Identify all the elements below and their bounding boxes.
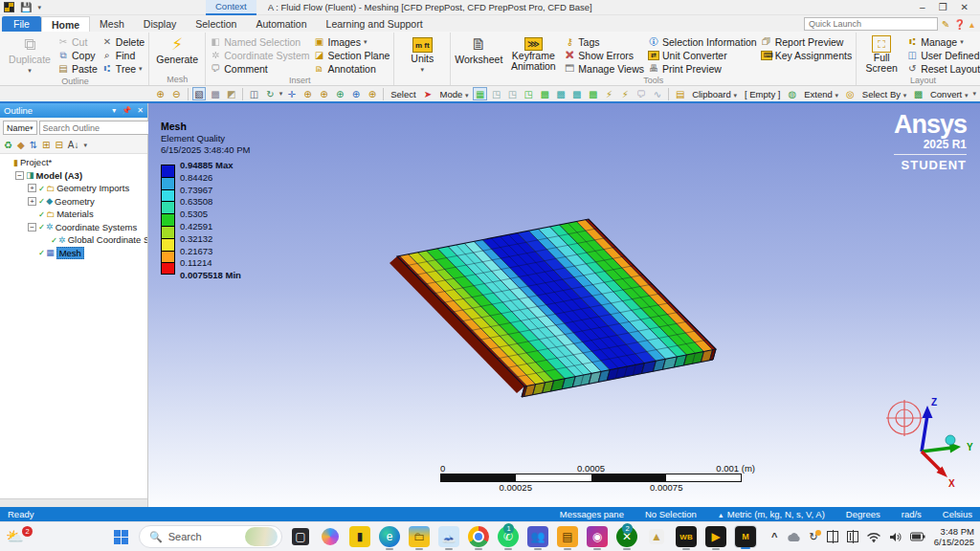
zoom-fit-icon[interactable]: ⊕: [333, 87, 347, 100]
copilot-button[interactable]: [319, 525, 342, 548]
tree-item-geometry-imports[interactable]: +✓🗀Geometry Imports: [0, 182, 147, 195]
unit-converter-button[interactable]: ⇄Unit Converter: [648, 49, 757, 61]
sync-icon[interactable]: ↻: [810, 531, 818, 543]
rotate-dropdown-icon[interactable]: ▾: [279, 90, 283, 98]
context-tab[interactable]: Context: [206, 0, 256, 15]
tree-item-coordinate-systems[interactable]: −✓✲Coordinate Systems: [0, 221, 147, 234]
tree-item-label[interactable]: Geometry: [55, 196, 95, 207]
select-by-dropdown[interactable]: Select By ▾: [859, 89, 909, 99]
expand-all-icon[interactable]: ⊞: [42, 140, 50, 150]
quick-access-dropdown-icon[interactable]: ▾: [37, 4, 41, 11]
expander-icon[interactable]: +: [28, 184, 36, 192]
annotation-button[interactable]: 🗈Annotation: [314, 62, 390, 75]
collapse-ribbon-icon[interactable]: ▴: [969, 19, 974, 30]
anydesk-button[interactable]: ▲: [645, 525, 668, 548]
ansys-launcher-button[interactable]: ▶: [704, 525, 727, 548]
taskbar-search[interactable]: 🔍 Search: [139, 525, 282, 548]
edit-icon[interactable]: ✎: [942, 19, 949, 30]
section-plane-button[interactable]: ◪Section Plane: [314, 49, 390, 61]
search-highlight-image[interactable]: [245, 527, 278, 546]
teams-button[interactable]: 👥: [526, 525, 549, 548]
named-selection-button[interactable]: ◧Named Selection: [210, 35, 309, 48]
tray-clock[interactable]: 3:48 PM 6/15/2025: [934, 526, 974, 547]
flood-selection-icon[interactable]: ▩: [586, 87, 600, 100]
close-button[interactable]: ✕: [961, 2, 969, 12]
tree-item-label[interactable]: Geometry Imports: [56, 183, 129, 193]
convert-icon[interactable]: ▩: [911, 87, 925, 100]
pin-icon[interactable]: 📌: [122, 106, 131, 115]
start-button[interactable]: [109, 525, 132, 548]
tree-item-project[interactable]: ▮Project*: [0, 156, 147, 169]
units-status[interactable]: ▲Metric (m, kg, N, s, V, A): [718, 509, 825, 519]
search-outline-input[interactable]: [39, 121, 159, 135]
selection-information-button[interactable]: 🛈Selection Information: [648, 35, 757, 48]
worksheet-button[interactable]: 🗎 Worksheet: [455, 33, 502, 65]
full-screen-button[interactable]: ⛶ Full Screen: [860, 33, 902, 74]
probe-icon[interactable]: ⚡: [618, 87, 633, 100]
filter-type-select[interactable]: Name▾: [3, 121, 37, 135]
toolbar-overflow-icon[interactable]: ▾: [972, 90, 976, 98]
ime-language-icon[interactable]: [827, 531, 838, 542]
wifi-icon[interactable]: [867, 532, 880, 542]
extend-icon[interactable]: ◍: [785, 87, 799, 100]
delete-button[interactable]: ✕Delete: [101, 35, 145, 48]
refresh-tree-icon[interactable]: ♻: [4, 140, 12, 150]
keyframe-animation-button[interactable]: ⋙ Keyframe Animation: [506, 33, 560, 72]
user-defined-button[interactable]: ◫User Defined▾: [906, 49, 980, 61]
zoom-box-icon[interactable]: ⊕: [317, 87, 331, 100]
paste-button[interactable]: ▤Paste: [57, 62, 98, 75]
panel-close-icon[interactable]: ✕: [137, 106, 144, 115]
tab-home[interactable]: Home: [41, 16, 90, 32]
show-mesh-icon[interactable]: ◩: [224, 87, 238, 100]
images-button[interactable]: ▣Images▾: [314, 35, 390, 48]
mesh-canvas[interactable]: Z Y X: [148, 103, 980, 507]
find-button[interactable]: ⌕Find: [101, 49, 145, 61]
tree-tools-more-icon[interactable]: ▾: [84, 142, 88, 149]
key-assignments-button[interactable]: ⌨Key Assignments: [761, 49, 853, 61]
panel-menu-icon[interactable]: ▾: [112, 106, 116, 115]
select-vertex-icon[interactable]: ▦: [473, 87, 487, 100]
edge-button[interactable]: e: [378, 525, 401, 548]
tree-item-label[interactable]: Global Coordinate System: [68, 234, 147, 245]
chrome-button[interactable]: [467, 525, 490, 548]
tree-item-materials[interactable]: ✓🗀Materials: [0, 208, 147, 221]
triad[interactable]: Z Y X: [922, 397, 973, 489]
tray-expand-icon[interactable]: ^: [771, 531, 777, 542]
tree-item-geometry[interactable]: +✓◆Geometry: [0, 195, 147, 209]
select-pick-icon[interactable]: ▩: [538, 87, 552, 100]
weather-widget[interactable]: ⛅2: [6, 528, 38, 545]
collapse-all-icon[interactable]: ⊟: [55, 140, 62, 150]
zoom-previous-icon[interactable]: ⊕: [365, 87, 379, 100]
generate-button[interactable]: ⚡ Generate: [153, 33, 201, 65]
tab-learning-and-support[interactable]: Learning and Support: [317, 16, 433, 32]
messages-pane-button[interactable]: Messages pane: [560, 509, 624, 519]
select-face-icon[interactable]: ◳: [505, 87, 520, 100]
sort-icon[interactable]: ⇅: [30, 140, 37, 150]
expander-icon[interactable]: +: [28, 197, 36, 206]
tags-button[interactable]: ⚷Tags: [564, 35, 644, 48]
graphics-viewport[interactable]: Z Y X Mesh Element Quality 6/15/2025 3:4…: [148, 103, 980, 507]
save-icon[interactable]: 💾: [20, 2, 32, 12]
coordinate-system-button[interactable]: ✲Coordinate System: [210, 49, 309, 61]
onenote-button[interactable]: ▤: [556, 525, 579, 548]
mode-dropdown[interactable]: Mode ▾: [436, 89, 471, 99]
photos-button[interactable]: 🗻: [437, 525, 460, 548]
file-explorer-button[interactable]: 🗀: [408, 525, 431, 548]
whatsapp-button[interactable]: ✆1: [497, 525, 520, 548]
powerbi-button[interactable]: ▮: [348, 525, 371, 548]
ime-pinyin-icon[interactable]: [847, 531, 858, 542]
viewports-icon[interactable]: ◫: [247, 87, 261, 100]
expander-icon[interactable]: −: [28, 223, 36, 231]
manage-views-button[interactable]: 🗔Manage Views: [564, 62, 644, 75]
shaded-exterior-icon[interactable]: ▧: [192, 87, 207, 100]
tree-item-label[interactable]: Project*: [20, 157, 52, 167]
tab-automation[interactable]: Automation: [246, 16, 316, 32]
tab-selection[interactable]: Selection: [186, 16, 246, 32]
annotation-tool-icon[interactable]: 🗩: [635, 87, 649, 100]
tree-item-label[interactable]: Materials: [56, 209, 94, 219]
comment-button[interactable]: 🗩Comment: [210, 62, 309, 75]
temperature-status[interactable]: Celsius: [943, 509, 972, 519]
wireframe-icon[interactable]: ▩: [208, 87, 222, 100]
duplicate-button[interactable]: ⧉ Duplicate▾: [6, 33, 54, 76]
box-zoom-in-icon[interactable]: ⊕: [153, 87, 167, 100]
